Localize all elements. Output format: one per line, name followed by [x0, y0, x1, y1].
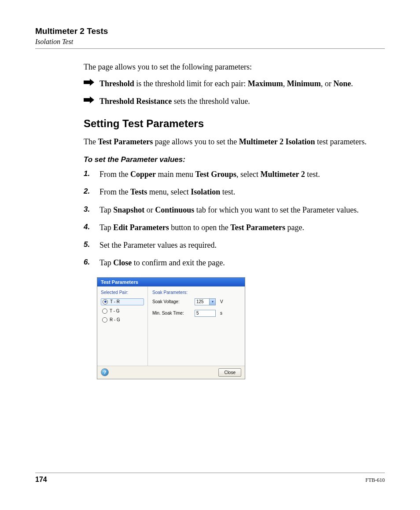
step-item: From the Tests menu, select Isolation te… — [84, 186, 385, 198]
page-number: 174 — [35, 476, 47, 484]
section-intro: The Test Parameters page allows you to s… — [84, 136, 385, 147]
soak-voltage-label: Soak Voltage: — [152, 299, 192, 304]
soak-voltage-value: 125 — [196, 299, 204, 304]
page-footer: 174 FTB-610 — [35, 473, 385, 484]
selected-pair-label: Selected Pair: — [101, 290, 144, 295]
soak-parameters-panel: Soak Parameters: Soak Voltage: 125 ▾ V M… — [148, 286, 245, 366]
time-unit: s — [220, 311, 222, 316]
step-item: Tap Snapshot or Continuous tab for which… — [84, 204, 385, 216]
min-soak-time-value: 5 — [196, 311, 199, 316]
soak-parameters-label: Soak Parameters: — [152, 290, 240, 295]
min-soak-time-input[interactable]: 5 — [195, 310, 216, 317]
section-heading: Setting Test Parameters — [84, 117, 385, 130]
min-soak-time-label: Min. Soak Time: — [152, 311, 192, 316]
radio-icon — [103, 299, 108, 305]
pair-option-rg[interactable]: R - G — [101, 317, 144, 323]
step-item: Tap Close to confirm and exit the page. — [84, 257, 385, 268]
step-item: Tap Edit Parameters button to open the T… — [84, 222, 385, 233]
bullet-item: Threshold is the threshold limit for eac… — [84, 78, 385, 89]
footer-rule — [35, 473, 385, 473]
step-item: Set the Parameter values as required. — [84, 239, 385, 251]
parameter-bullets: Threshold is the threshold limit for eac… — [84, 78, 385, 107]
intro-paragraph: The page allows you to set the following… — [84, 61, 385, 73]
radio-icon — [102, 308, 107, 314]
arrow-icon — [84, 96, 94, 103]
voltage-unit: V — [220, 299, 223, 304]
selected-pair-panel: Selected Pair: T - R T - G R - G — [97, 286, 148, 366]
radio-label: R - G — [110, 317, 120, 322]
dialog-title: Test Parameters — [97, 278, 245, 286]
help-icon[interactable]: ? — [101, 368, 109, 376]
arrow-icon — [84, 79, 94, 86]
page-header: Multimeter 2 Tests Isolation Test — [35, 26, 385, 49]
section-title: Isolation Test — [35, 38, 385, 46]
pair-option-tg[interactable]: T - G — [101, 308, 144, 314]
test-parameters-dialog: Test Parameters Selected Pair: T - R T -… — [97, 277, 245, 379]
radio-icon — [102, 317, 107, 323]
step-item: From the Copper main menu Test Groups, s… — [84, 169, 385, 180]
pair-option-tr[interactable]: T - R — [101, 298, 144, 305]
procedure-heading: To set the Parameter values: — [84, 155, 385, 164]
chevron-down-icon: ▾ — [209, 299, 215, 305]
chapter-title: Multimeter 2 Tests — [35, 26, 385, 36]
procedure-steps: From the Copper main menu Test Groups, s… — [84, 169, 385, 268]
close-button[interactable]: Close — [218, 368, 241, 377]
bullet-item: Threshold Resistance sets the threshold … — [84, 95, 385, 107]
header-rule — [35, 48, 385, 49]
radio-label: T - G — [110, 308, 120, 313]
document-id: FTB-610 — [365, 477, 385, 484]
soak-voltage-select[interactable]: 125 ▾ — [195, 298, 216, 305]
radio-label: T - R — [110, 299, 120, 304]
